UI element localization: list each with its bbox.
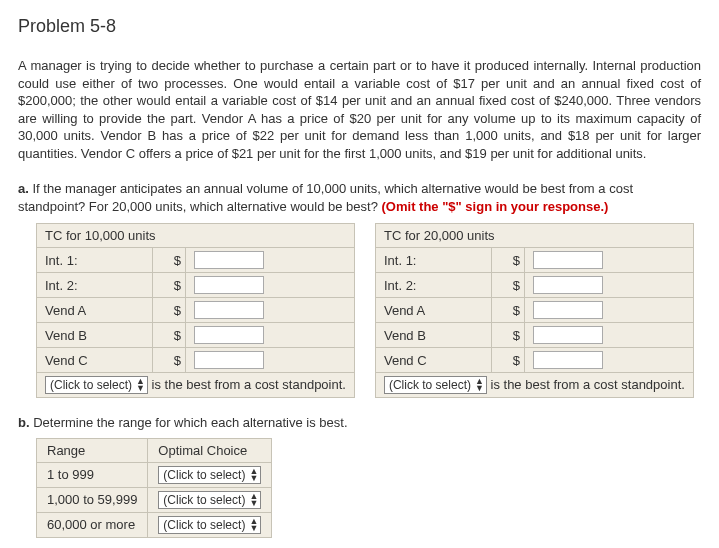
tc-20000-header: TC for 20,000 units xyxy=(375,224,693,248)
range-header: Range xyxy=(37,438,148,462)
range2-select[interactable]: (Click to select) ▲▼ xyxy=(158,491,261,509)
row-label: Int. 1: xyxy=(375,248,491,273)
vendc-20000-input[interactable] xyxy=(533,351,603,369)
stepper-arrows-icon: ▲▼ xyxy=(475,378,484,392)
part-a-prompt: a. If the manager anticipates an annual … xyxy=(18,180,701,215)
row-label: Vend C xyxy=(37,348,153,373)
dollar-sign: $ xyxy=(152,273,185,298)
dollar-sign: $ xyxy=(152,323,185,348)
vendb-10000-input[interactable] xyxy=(194,326,264,344)
row-label: Int. 2: xyxy=(375,273,491,298)
best-20000-select[interactable]: (Click to select) ▲▼ xyxy=(384,376,487,394)
stepper-arrows-icon: ▲▼ xyxy=(249,518,258,532)
dollar-sign: $ xyxy=(152,348,185,373)
part-a-omit: (Omit the "$" sign in your response.) xyxy=(382,199,609,214)
venda-10000-input[interactable] xyxy=(194,301,264,319)
range-table: Range Optimal Choice 1 to 999 (Click to … xyxy=(36,438,272,538)
range-label: 60,000 or more xyxy=(37,512,148,537)
best-10000-select[interactable]: (Click to select) ▲▼ xyxy=(45,376,148,394)
optimal-header: Optimal Choice xyxy=(148,438,272,462)
int2-20000-input[interactable] xyxy=(533,276,603,294)
dollar-sign: $ xyxy=(491,348,524,373)
dollar-sign: $ xyxy=(491,273,524,298)
row-label: Vend A xyxy=(375,298,491,323)
int2-10000-input[interactable] xyxy=(194,276,264,294)
dollar-sign: $ xyxy=(491,298,524,323)
range-label: 1,000 to 59,999 xyxy=(37,487,148,512)
select-placeholder: (Click to select) xyxy=(389,379,471,391)
int1-10000-input[interactable] xyxy=(194,251,264,269)
part-b-label: b. xyxy=(18,415,30,430)
part-a-label: a. xyxy=(18,181,29,196)
venda-20000-input[interactable] xyxy=(533,301,603,319)
row-label: Vend B xyxy=(375,323,491,348)
tc-20000-table: TC for 20,000 units Int. 1: $ Int. 2: $ … xyxy=(375,223,694,398)
dollar-sign: $ xyxy=(152,298,185,323)
tc-10000-header: TC for 10,000 units xyxy=(37,224,355,248)
vendc-10000-input[interactable] xyxy=(194,351,264,369)
int1-20000-input[interactable] xyxy=(533,251,603,269)
dollar-sign: $ xyxy=(152,248,185,273)
part-a: a. If the manager anticipates an annual … xyxy=(18,180,701,398)
dollar-sign: $ xyxy=(491,323,524,348)
select-placeholder: (Click to select) xyxy=(50,379,132,391)
range-label: 1 to 999 xyxy=(37,462,148,487)
range1-select[interactable]: (Click to select) ▲▼ xyxy=(158,466,261,484)
range3-select[interactable]: (Click to select) ▲▼ xyxy=(158,516,261,534)
row-label: Vend C xyxy=(375,348,491,373)
select-placeholder: (Click to select) xyxy=(163,469,245,481)
part-b-text: Determine the range for which each alter… xyxy=(33,415,347,430)
part-b: b. Determine the range for which each al… xyxy=(18,414,701,538)
best-text: is the best from a cost standpoint. xyxy=(491,377,685,392)
dollar-sign: $ xyxy=(491,248,524,273)
page-title: Problem 5-8 xyxy=(18,16,701,37)
tc-10000-table: TC for 10,000 units Int. 1: $ Int. 2: $ … xyxy=(36,223,355,398)
problem-intro: A manager is trying to decide whether to… xyxy=(18,57,701,162)
select-placeholder: (Click to select) xyxy=(163,519,245,531)
best-text: is the best from a cost standpoint. xyxy=(152,377,346,392)
stepper-arrows-icon: ▲▼ xyxy=(249,468,258,482)
part-b-prompt: b. Determine the range for which each al… xyxy=(18,414,701,432)
row-label: Int. 2: xyxy=(37,273,153,298)
row-label: Vend B xyxy=(37,323,153,348)
row-label: Int. 1: xyxy=(37,248,153,273)
row-label: Vend A xyxy=(37,298,153,323)
vendb-20000-input[interactable] xyxy=(533,326,603,344)
stepper-arrows-icon: ▲▼ xyxy=(249,493,258,507)
stepper-arrows-icon: ▲▼ xyxy=(136,378,145,392)
select-placeholder: (Click to select) xyxy=(163,494,245,506)
